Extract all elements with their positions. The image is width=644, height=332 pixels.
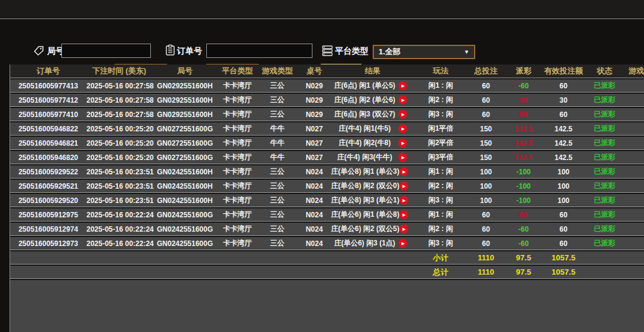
- td-platform: 卡卡湾厅: [218, 181, 257, 191]
- result-text: 庄(6点) 闲1 (单公5): [331, 81, 398, 91]
- td-total-bet: 150: [467, 139, 505, 147]
- result-text: 庄(单公6) 闲1 (单公8): [331, 210, 400, 220]
- td-game-no: GN0242551600H: [152, 168, 218, 176]
- td-payout: -100: [505, 182, 542, 190]
- play-video-icon[interactable]: ▶: [398, 153, 407, 162]
- td-status: 已派彩: [585, 95, 624, 105]
- play-video-icon[interactable]: ▶: [398, 110, 407, 119]
- platform-type-select[interactable]: 1.全部 ▼: [373, 45, 475, 59]
- td-table-no: N027: [298, 139, 331, 147]
- total-row: 总计111097.51057.5: [10, 266, 644, 279]
- td-result: 庄(6点) 闲2 (单公6)▶: [331, 94, 414, 106]
- td-game-type: 牛牛: [257, 138, 298, 148]
- result-text: 庄(单公8) 闲1 (单公3): [331, 167, 400, 177]
- order-no-input[interactable]: [206, 44, 312, 58]
- play-video-icon[interactable]: ▶: [398, 139, 407, 147]
- td-valid-bet: 142.5: [542, 139, 585, 147]
- td-platform: 卡卡湾厅: [218, 124, 257, 134]
- td-play-method: 闲2 : 闲: [414, 95, 467, 105]
- td-table-no: N029: [298, 82, 331, 90]
- play-video-icon[interactable]: ▶: [398, 96, 407, 104]
- td-bet-time: 2025-05-16 00:27:58: [86, 110, 152, 119]
- td-platform: 卡卡湾厅: [218, 95, 257, 105]
- platform-type-label: 平台类型: [335, 46, 369, 57]
- result-text: 庄(牛4) 闲3(牛牛): [331, 152, 398, 162]
- column-header: 总投注: [467, 66, 505, 76]
- td-total-bet: 60: [467, 239, 505, 248]
- play-video-icon[interactable]: ▶: [398, 239, 407, 248]
- column-header: 平台类型: [218, 66, 257, 76]
- td-total-bet: 60: [467, 211, 505, 219]
- td-order-no: 250516005977413: [10, 82, 86, 90]
- td-payout: 142.5: [505, 125, 542, 133]
- play-video-icon[interactable]: ▶: [400, 196, 408, 205]
- td-order-no: 250516005912974: [10, 225, 86, 233]
- play-video-icon[interactable]: ▶: [400, 182, 408, 190]
- td-game-type: 牛牛: [257, 124, 298, 134]
- play-video-icon[interactable]: ▶: [398, 81, 407, 90]
- td-status: 已派彩: [585, 167, 624, 177]
- td-status: 已派彩: [585, 238, 624, 248]
- td-result: 庄(牛4) 闲1(牛5)▶: [331, 122, 414, 135]
- td-payout: -60: [505, 82, 542, 90]
- td-result: 庄(6点) 闲1 (单公5)▶: [331, 79, 414, 92]
- td-total-bet: 60: [467, 225, 505, 233]
- subtotal-total-bet: 1110: [467, 253, 505, 262]
- td-bet-time: 2025-05-16 00:23:51: [86, 168, 152, 176]
- table-row: 2505160059774102025-05-16 00:27:58GN0292…: [10, 108, 644, 121]
- game-no-input[interactable]: [61, 44, 151, 58]
- td-table-no: N027: [298, 153, 331, 162]
- filter-panel: 局号 订单号 平台类型 1.全部 ▼ 下注时间 (美东) 2025/05/16 …: [0, 19, 644, 64]
- play-video-icon[interactable]: ▶: [400, 167, 408, 176]
- td-table-no: N024: [298, 225, 331, 233]
- total-label: 总计: [414, 267, 467, 278]
- td-table-no: N024: [298, 211, 331, 219]
- td-game-no: GN0272551600G: [152, 125, 218, 133]
- table-row: 2505160059774132025-05-16 00:27:58GN0292…: [10, 79, 644, 93]
- result-text: 庄(牛4) 闲2(牛8): [331, 138, 398, 148]
- column-header: 局号: [152, 66, 218, 76]
- td-game-no: GN0292551600H: [152, 82, 218, 90]
- td-result: 庄(单公8) 闲2 (双公0)▶: [331, 180, 414, 192]
- td-platform: 卡卡湾厅: [218, 195, 257, 205]
- td-payout: 60: [505, 110, 542, 119]
- td-play-method: 闲1平倍: [414, 124, 467, 134]
- td-platform: 卡卡湾厅: [218, 224, 257, 234]
- td-valid-bet: 60: [542, 82, 585, 90]
- table-row: 2505160059129732025-05-16 00:22:24GN0242…: [10, 237, 644, 250]
- td-table-no: N029: [298, 96, 331, 104]
- td-play-method: 闲1 : 闲: [414, 210, 467, 220]
- td-payout: 142.5: [505, 139, 542, 147]
- play-video-icon[interactable]: ▶: [398, 124, 407, 133]
- td-status: 已派彩: [585, 224, 624, 234]
- play-video-icon[interactable]: ▶: [400, 210, 408, 219]
- column-header: 游戏: [624, 66, 644, 76]
- td-platform: 卡卡湾厅: [218, 238, 257, 248]
- table-empty-area: [10, 280, 644, 332]
- td-total-bet: 100: [467, 182, 505, 190]
- td-play-method: 闲1 : 闲: [414, 167, 467, 177]
- td-order-no: 250516005946820: [10, 153, 86, 162]
- td-valid-bet: 30: [542, 96, 585, 104]
- td-game-no: GN0292551600H: [152, 110, 218, 119]
- td-game-no: GN0242551600G: [152, 211, 218, 219]
- td-game-type: 三公: [257, 109, 298, 119]
- td-play-method: 闲1 : 闲: [414, 81, 467, 91]
- play-video-icon[interactable]: ▶: [400, 225, 408, 233]
- td-payout: -100: [505, 196, 542, 205]
- top-bar: [0, 0, 644, 19]
- td-play-method: 闲2 : 闲: [414, 224, 467, 234]
- result-text: 庄(单公6) 闲3 (1点): [331, 238, 398, 248]
- total-total-bet: 1110: [467, 268, 505, 276]
- td-bet-time: 2025-05-16 00:25:20: [86, 153, 152, 162]
- td-status: 已派彩: [585, 81, 624, 91]
- td-result: 庄(单公8) 闲3 (单公1)▶: [331, 194, 414, 207]
- column-header: 有效投注额: [542, 66, 585, 76]
- td-game-no: GN0242551600H: [152, 196, 218, 205]
- td-status: 已派彩: [585, 124, 624, 134]
- table-row: 2505160059295202025-05-16 00:23:51GN0242…: [10, 194, 644, 207]
- td-bet-time: 2025-05-16 00:23:51: [86, 196, 152, 205]
- td-game-type: 三公: [257, 81, 298, 91]
- td-status: 已派彩: [585, 152, 624, 162]
- column-header: 下注时间 (美东): [86, 66, 152, 76]
